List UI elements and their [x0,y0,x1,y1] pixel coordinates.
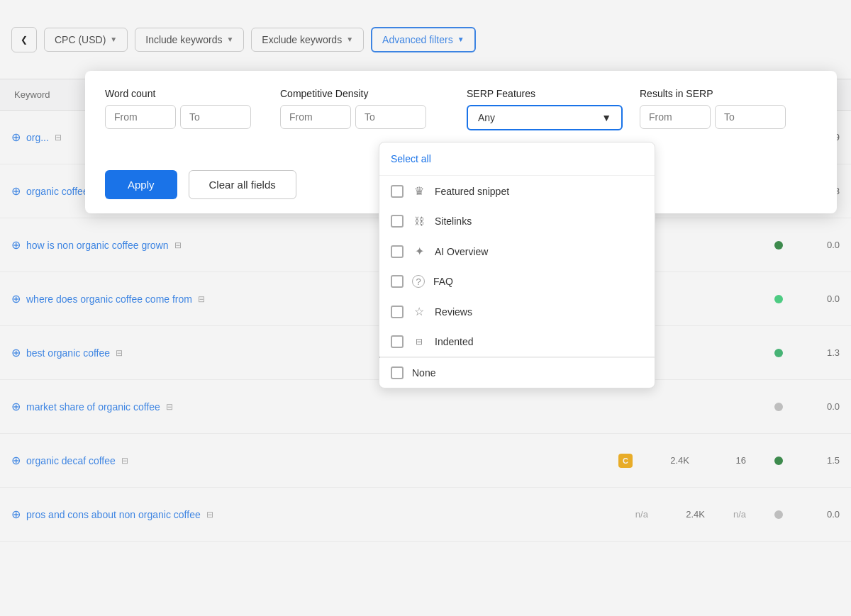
comp-density-to-input[interactable] [355,105,426,129]
results-in-serp-inputs [640,105,786,129]
results-in-serp-label: Results in SERP [640,88,786,99]
competitive-density-group: Competitive Density [280,88,426,129]
serp-features-select[interactable]: Any ▼ [467,105,623,130]
comp-density-from-input[interactable] [280,105,351,129]
serp-option-sitelinks[interactable]: ⛓ Sitelinks [379,206,655,236]
results-serp-to-input[interactable] [715,105,786,129]
sitelinks-label: Sitelinks [435,215,472,227]
select-all-header: Select all [379,142,655,176]
faq-label: FAQ [433,276,453,287]
serp-option-ai-overview[interactable]: ✦ AI Overview [379,236,655,267]
chevron-down-icon: ▼ [601,112,611,123]
results-serp-from-input[interactable] [640,105,711,129]
ai-overview-checkbox[interactable] [391,245,404,258]
featured-snippet-icon: ♛ [412,184,426,198]
word-count-inputs [105,105,251,129]
serp-features-group: SERP Features Any ▼ [467,88,623,130]
ai-overview-icon: ✦ [412,245,426,258]
indented-icon: ⊟ [412,337,426,347]
featured-snippet-label: Featured snippet [435,186,509,197]
serp-option-faq[interactable]: ? FAQ [379,267,655,296]
select-all-link[interactable]: Select all [391,153,431,164]
competitive-density-label: Competitive Density [280,88,426,99]
faq-checkbox[interactable] [391,275,404,288]
reviews-icon: ☆ [412,305,426,318]
faq-icon: ? [412,275,425,288]
competitive-density-inputs [280,105,426,129]
sitelinks-icon: ⛓ [412,215,426,227]
word-count-group: Word count [105,88,251,129]
serp-select-value: Any [478,112,495,123]
none-label: None [412,367,435,379]
divider [265,102,266,145]
serp-option-featured-snippet[interactable]: ♛ Featured snippet [379,176,655,206]
serp-option-reviews[interactable]: ☆ Reviews [379,296,655,327]
serp-features-dropdown: Select all ♛ Featured snippet ⛓ Sitelink… [379,142,655,388]
serp-option-indented[interactable]: ⊟ Indented [379,327,655,357]
sitelinks-checkbox[interactable] [391,215,404,228]
serp-features-label: SERP Features [467,88,623,99]
results-in-serp-group: Results in SERP [640,88,786,129]
divider [440,102,441,145]
apply-button[interactable]: Apply [105,170,177,199]
serp-option-none[interactable]: None [379,358,655,388]
word-count-to-input[interactable] [180,105,251,129]
clear-all-button[interactable]: Clear all fields [189,170,296,199]
word-count-label: Word count [105,88,251,99]
word-count-from-input[interactable] [105,105,176,129]
ai-overview-label: AI Overview [435,246,488,257]
reviews-label: Reviews [435,306,472,318]
featured-snippet-checkbox[interactable] [391,185,404,198]
indented-checkbox[interactable] [391,335,404,348]
indented-label: Indented [435,336,474,347]
filters-row: Word count Competitive Density SERP Feat… [105,88,817,145]
none-checkbox[interactable] [391,366,404,379]
reviews-checkbox[interactable] [391,306,404,318]
